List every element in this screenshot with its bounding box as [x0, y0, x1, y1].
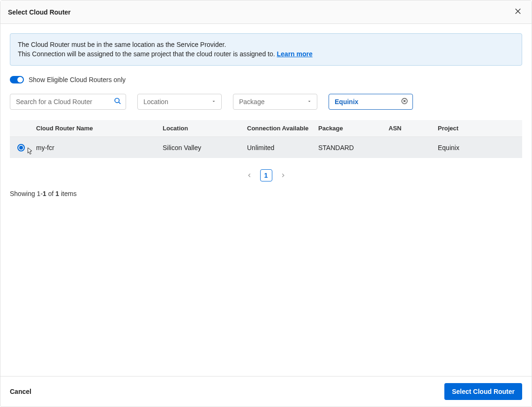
svg-line-3	[119, 102, 120, 104]
select-cloud-router-button[interactable]: Select Cloud Router	[444, 383, 522, 400]
clear-icon[interactable]	[401, 98, 408, 106]
search-field-wrap	[10, 94, 126, 110]
project-select-value: Equinix	[335, 98, 359, 106]
eligible-toggle-row: Show Eligible Cloud Routers only	[10, 76, 522, 83]
header-name: Cloud Router Name	[32, 120, 159, 137]
eligible-toggle[interactable]	[10, 76, 24, 83]
chevron-down-icon	[307, 98, 312, 106]
page-1[interactable]: 1	[260, 169, 272, 181]
page-next[interactable]	[280, 172, 286, 179]
filters-row: Location Package Equinix	[10, 94, 522, 110]
cell-name: my-fcr	[32, 137, 159, 158]
header-asn: ASN	[385, 120, 434, 137]
modal-footer: Cancel Select Cloud Router	[0, 376, 532, 407]
package-select-label: Package	[239, 98, 264, 106]
showing-of: of	[48, 190, 56, 197]
cell-project: Equinix	[434, 137, 522, 158]
project-select[interactable]: Equinix	[329, 94, 413, 110]
header-project: Project	[434, 120, 522, 137]
row-radio[interactable]	[17, 144, 25, 151]
showing-text: Showing 1-1 of 1 items	[10, 190, 522, 197]
pagination: 1	[10, 169, 522, 181]
cell-package: STANDARD	[315, 137, 385, 158]
header-location: Location	[159, 120, 243, 137]
radio-header	[10, 120, 32, 137]
header-package: Package	[315, 120, 385, 137]
table-row[interactable]: my-fcr Silicon Valley Unlimited STANDARD…	[10, 137, 522, 158]
location-select-label: Location	[143, 98, 168, 106]
close-button[interactable]	[512, 5, 524, 19]
table-header-row: Cloud Router Name Location Connection Av…	[10, 120, 522, 137]
search-input[interactable]	[10, 94, 126, 110]
svg-point-2	[115, 98, 119, 103]
select-cloud-router-modal: Select Cloud Router The Cloud Router mus…	[0, 0, 532, 407]
showing-total: 1	[55, 190, 59, 197]
showing-prefix: Showing	[10, 190, 37, 197]
modal-body: The Cloud Router must be in the same loc…	[0, 24, 532, 376]
modal-title: Select Cloud Router	[8, 8, 71, 16]
page-prev[interactable]	[246, 172, 253, 179]
cell-connection: Unlimited	[243, 137, 315, 158]
close-icon	[514, 7, 522, 17]
header-connection: Connection Available	[243, 120, 315, 137]
cloud-router-table: Cloud Router Name Location Connection Av…	[10, 120, 522, 158]
location-select[interactable]: Location	[137, 94, 222, 110]
banner-line2: This Connection will be assigned to the …	[18, 50, 277, 58]
radio-cell	[10, 137, 32, 158]
eligible-toggle-label: Show Eligible Cloud Routers only	[29, 76, 126, 83]
cell-location: Silicon Valley	[159, 137, 243, 158]
info-banner: The Cloud Router must be in the same loc…	[10, 33, 522, 66]
cursor-icon	[27, 147, 33, 156]
package-select[interactable]: Package	[233, 94, 317, 110]
modal-header: Select Cloud Router	[0, 0, 532, 24]
cell-asn	[385, 137, 434, 158]
showing-items: items	[61, 190, 76, 197]
banner-line1: The Cloud Router must be in the same loc…	[18, 40, 514, 50]
cancel-button[interactable]: Cancel	[10, 388, 31, 395]
learn-more-link[interactable]: Learn more	[277, 50, 313, 58]
chevron-down-icon	[211, 98, 217, 106]
search-icon	[114, 98, 121, 106]
banner-line2-wrap: This Connection will be assigned to the …	[18, 50, 514, 59]
showing-range: 1-1	[37, 190, 46, 197]
